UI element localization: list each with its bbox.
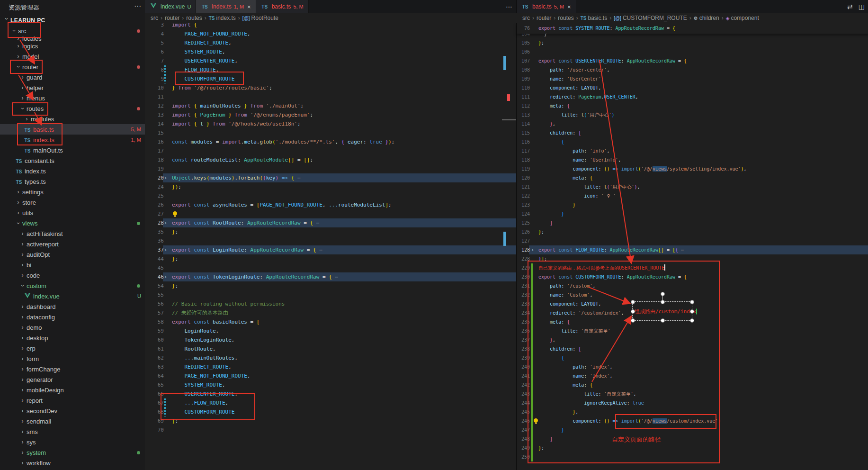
tree-item-system[interactable]: ›system [0,447,145,458]
tab-index-vue[interactable]: index.vueU [145,0,196,13]
tree-item-src[interactable]: ›src [0,26,145,36]
code-line[interactable]: 65 SYSTEM_ROUTE, [145,380,516,389]
code-line[interactable]: 63 REDIRECT_ROUTE, [145,362,516,371]
tree-item-menus[interactable]: ›menus [0,93,145,103]
code-line[interactable]: 242 meta: { [517,380,868,389]
tree-item-model[interactable]: ›model [0,51,145,62]
code-line[interactable]: 235 meta: { [517,317,868,326]
code-line[interactable]: 37›export const LoginRoute: AppRouteReco… [145,245,516,254]
overview-ruler[interactable] [502,13,516,470]
code-line[interactable]: 11 [145,92,516,101]
tree-item-basic-ts[interactable]: TSbasic.ts5, M [0,124,145,135]
lightbulb-icon[interactable] [173,211,177,216]
code-line[interactable]: 26export const asyncRoutes = [PAGE_NOT_F… [145,200,516,209]
code-line[interactable]: 54}; [145,281,516,290]
code-line[interactable]: 66 USERCENTER_ROUTE, [145,389,516,398]
tab-index-ts[interactable]: TSindex.ts1, M× [196,0,256,13]
tree-item-router[interactable]: ›router [0,62,145,72]
code-line[interactable]: 20›Object.keys(modules).forEach((key) =>… [145,173,516,182]
code-line[interactable]: 15 [145,128,516,137]
code-line[interactable]: 35}; [145,227,516,236]
tree-item-auditOpt[interactable]: ›auditOpt [0,249,145,260]
code-line[interactable]: 116 { [517,137,868,146]
code-line[interactable]: 237 }, [517,335,868,344]
code-line[interactable]: 122 icon: ' ⚲ ' [517,191,868,200]
code-line[interactable]: 231 path: '/custom', [517,281,868,290]
code-line[interactable]: 76export const SYSTEM_ROUTE: AppRouteRec… [517,24,868,33]
code-line[interactable]: 61 RootRoute, [145,344,516,353]
code-editor-basic-ts[interactable]: 104 }105};106107export const USERCENTER_… [517,23,868,470]
code-line[interactable]: 45 [145,263,516,272]
code-line[interactable]: 236 title: '自定义菜单' [517,326,868,335]
tree-item-constant-ts[interactable]: TSconstant.ts [0,155,145,166]
close-icon[interactable]: × [247,3,251,10]
more-actions-icon[interactable]: ⋯ [506,3,512,10]
tree-item-desktop[interactable]: ›desktop [0,333,145,343]
code-line[interactable]: 68 CUSTOMFORM_ROUTE [145,407,516,416]
code-line[interactable]: 60 TokenLoginRoute, [145,335,516,344]
breadcrumb-item-component[interactable]: ◈component [726,15,759,21]
tree-item-workflow[interactable]: ›workflow [0,458,145,468]
code-line[interactable]: 57// 未经许可的基本路由 [145,308,516,317]
tree-item-utils[interactable]: ›utils [0,208,145,218]
code-line[interactable]: 121 title: t('用户中心'), [517,182,868,191]
tree-item-demo[interactable]: ›demo [0,322,145,333]
breadcrumb-item-RootRoute[interactable]: [@]RootRoute [242,15,278,21]
tree-item-custom[interactable]: ›custom [0,280,145,291]
code-line[interactable]: 245 }, [517,407,868,416]
code-line[interactable]: 44}; [145,254,516,263]
code-line[interactable]: 112 meta: { [517,101,868,110]
code-line[interactable]: 108 path: '/user-center', [517,65,868,74]
code-line[interactable]: 17 [145,146,516,155]
tree-item-sms[interactable]: ›sms [0,426,145,437]
code-line[interactable]: 14import { t } from '/@/hooks/web/useI18… [145,119,516,128]
breadcrumb-item-src[interactable]: src [151,15,158,21]
code-line[interactable]: 120 meta: { [517,173,868,182]
tree-item-guard[interactable]: ›guard [0,72,145,82]
code-line[interactable]: 28›export const RootRoute: AppRouteRecor… [145,218,516,227]
code-line[interactable]: 36 [145,236,516,245]
code-line[interactable]: 67 ...FLOW_ROUTE, [145,398,516,407]
code-line[interactable]: 238 children: [ [517,344,868,353]
tree-item-routes[interactable]: ›routes [0,103,145,114]
fold-chevron-icon[interactable]: › [532,245,534,254]
tree-item-mainOut-ts[interactable]: TSmainOut.ts [0,145,145,155]
tree-item-dashboard[interactable]: ›dashboard [0,301,145,312]
code-line[interactable]: 123 } [517,200,868,209]
tree-item-activereport[interactable]: ›activereport [0,239,145,249]
code-line[interactable]: 6 SYSTEM_ROUTE, [145,47,516,56]
code-line[interactable]: 56// Basic routing without permissions [145,299,516,308]
tree-item-dataconfig[interactable]: ›dataconfig [0,312,145,322]
code-line[interactable]: 228}]; [517,254,868,263]
code-line[interactable]: 10} from '/@/router/routes/basic'; [145,83,516,92]
code-line[interactable]: 62 ...mainOutRoutes, [145,353,516,362]
tree-item-mobileDesign[interactable]: ›mobileDesign [0,385,145,395]
tree-item-index-ts[interactable]: TSindex.ts1, M [0,135,145,145]
code-line[interactable]: 119 component: () => import('/@/views/sy… [517,164,868,173]
code-line[interactable]: 118 name: 'UserInfo', [517,155,868,164]
tree-item-index-vue[interactable]: index.vueU [0,291,145,301]
code-line[interactable]: 250 [517,452,868,461]
code-line[interactable]: 25 [145,191,516,200]
code-line[interactable]: 12import { mainOutRoutes } from './mainO… [145,101,516,110]
more-actions-icon[interactable]: ⋯ [134,2,141,10]
code-line[interactable]: 248 ] [517,434,868,443]
compare-changes-icon[interactable]: ⇄ [847,3,853,10]
tree-item-helper[interactable]: ›helper [0,82,145,93]
code-line[interactable]: 7 USERCENTER_ROUTE, [145,56,516,65]
tree-item-erp[interactable]: ›erp [0,343,145,353]
fold-chevron-icon[interactable]: › [165,272,167,281]
code-line[interactable]: 239 { [517,353,868,362]
lightbulb-icon[interactable] [534,418,538,423]
code-line[interactable]: 4 PAGE_NOT_FOUND_ROUTE, [145,29,516,38]
tree-item-settings[interactable]: ›settings [0,187,145,197]
breadcrumb-item-routes[interactable]: routes [186,15,202,21]
close-icon[interactable]: × [567,3,571,10]
code-line[interactable]: 246 component: () => import('/@/views/cu… [517,416,868,425]
code-line[interactable]: 27 [145,209,516,218]
code-line[interactable]: 247 } [517,425,868,434]
tree-item-modules[interactable]: ›modules [0,114,145,124]
code-line[interactable]: 232 name: 'Custom', [517,290,868,299]
code-line[interactable]: 113 title: t('用户中心') [517,110,868,119]
code-line[interactable]: 249}; [517,443,868,452]
